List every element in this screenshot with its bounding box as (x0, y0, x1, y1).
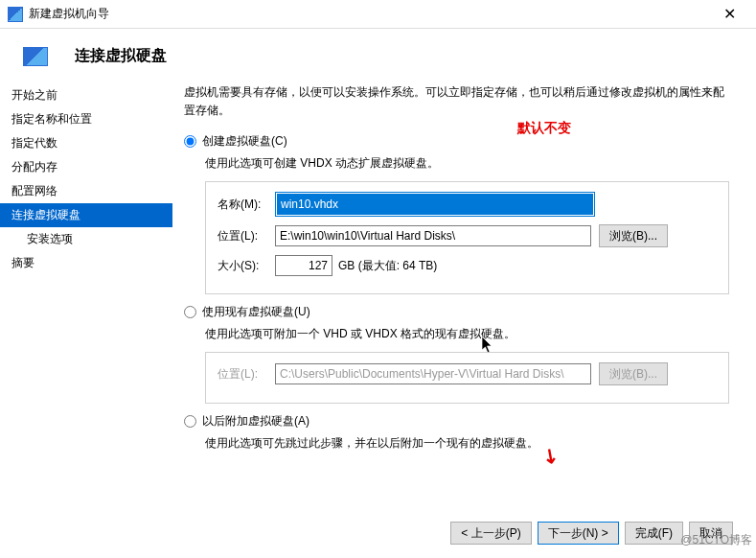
name-label: 名称(M): (218, 197, 275, 213)
app-icon (8, 7, 23, 22)
prev-button[interactable]: < 上一步(P) (450, 522, 531, 545)
wizard-footer: < 上一步(P) 下一步(N) > 完成(F) 取消 (0, 508, 756, 558)
close-icon[interactable]: ✕ (710, 5, 748, 23)
existing-vhd-hint: 使用此选项可附加一个 VHD 或 VHDX 格式的现有虚拟硬盘。 (205, 326, 729, 342)
radio-attach-later[interactable] (184, 415, 196, 428)
attach-later-hint: 使用此选项可先跳过此步骤，并在以后附加一个现有的虚拟硬盘。 (205, 435, 729, 452)
wizard-main: 虚拟机需要具有存储，以便可以安装操作系统。可以立即指定存储，也可以稍后通过修改虚… (172, 80, 756, 508)
option-existing-vhd: 使用现有虚拟硬盘(U) 使用此选项可附加一个 VHD 或 VHDX 格式的现有虚… (184, 304, 729, 404)
option-attach-later: 以后附加虚拟硬盘(A) 使用此选项可先跳过此步骤，并在以后附加一个现有的虚拟硬盘… (184, 413, 729, 461)
location-input[interactable] (275, 225, 591, 246)
step-connect-vhd[interactable]: 连接虚拟硬盘 (0, 203, 172, 227)
radio-existing-vhd-label: 使用现有虚拟硬盘(U) (202, 304, 310, 320)
size-input[interactable] (275, 255, 332, 276)
radio-create-vhd-label: 创建虚拟硬盘(C) (202, 133, 287, 150)
size-label: 大小(S): (218, 258, 275, 274)
size-suffix: GB (最大值: 64 TB) (338, 258, 437, 274)
step-before-begin[interactable]: 开始之前 (0, 83, 172, 107)
window-title: 新建虚拟机向导 (29, 6, 710, 22)
step-install-options[interactable]: 安装选项 (0, 227, 172, 251)
create-vhd-hint: 使用此选项可创建 VHDX 动态扩展虚拟硬盘。 (205, 155, 729, 172)
wizard-icon (23, 47, 48, 66)
existing-location-label: 位置(L): (218, 366, 275, 383)
name-input[interactable] (277, 194, 593, 215)
step-memory[interactable]: 分配内存 (0, 155, 172, 179)
existing-location-input (275, 363, 591, 384)
option-create-vhd: 创建虚拟硬盘(C) 使用此选项可创建 VHDX 动态扩展虚拟硬盘。 名称(M):… (184, 133, 729, 294)
existing-browse-button: 浏览(B)... (599, 362, 668, 385)
radio-existing-vhd[interactable] (184, 306, 196, 318)
step-name-location[interactable]: 指定名称和位置 (0, 107, 172, 131)
location-label: 位置(L): (218, 228, 275, 244)
existing-vhd-group: 位置(L): 浏览(B)... (205, 352, 729, 404)
step-network[interactable]: 配置网络 (0, 179, 172, 203)
watermark-text: @51CTO博客 (680, 532, 752, 548)
step-summary[interactable]: 摘要 (0, 251, 172, 275)
radio-attach-later-label: 以后附加虚拟硬盘(A) (202, 413, 309, 430)
radio-create-vhd[interactable] (184, 135, 196, 148)
finish-button[interactable]: 完成(F) (625, 522, 683, 545)
create-vhd-group: 名称(M): 位置(L): 浏览(B)... 大小(S): GB (205, 181, 729, 294)
next-button[interactable]: 下一步(N) > (538, 522, 619, 545)
wizard-header: 连接虚拟硬盘 (0, 29, 756, 80)
annotation-note: 默认不变 (517, 120, 571, 137)
wizard-steps: 开始之前 指定名称和位置 指定代数 分配内存 配置网络 连接虚拟硬盘 安装选项 … (0, 80, 172, 508)
wizard-window: 新建虚拟机向导 ✕ 连接虚拟硬盘 开始之前 指定名称和位置 指定代数 分配内存 … (0, 0, 756, 558)
page-title: 连接虚拟硬盘 (75, 46, 167, 66)
titlebar: 新建虚拟机向导 ✕ (0, 0, 756, 29)
wizard-body: 开始之前 指定名称和位置 指定代数 分配内存 配置网络 连接虚拟硬盘 安装选项 … (0, 80, 756, 508)
description-text: 虚拟机需要具有存储，以便可以安装操作系统。可以立即指定存储，也可以稍后通过修改虚… (184, 83, 729, 120)
browse-button[interactable]: 浏览(B)... (599, 224, 668, 247)
step-generation[interactable]: 指定代数 (0, 131, 172, 155)
